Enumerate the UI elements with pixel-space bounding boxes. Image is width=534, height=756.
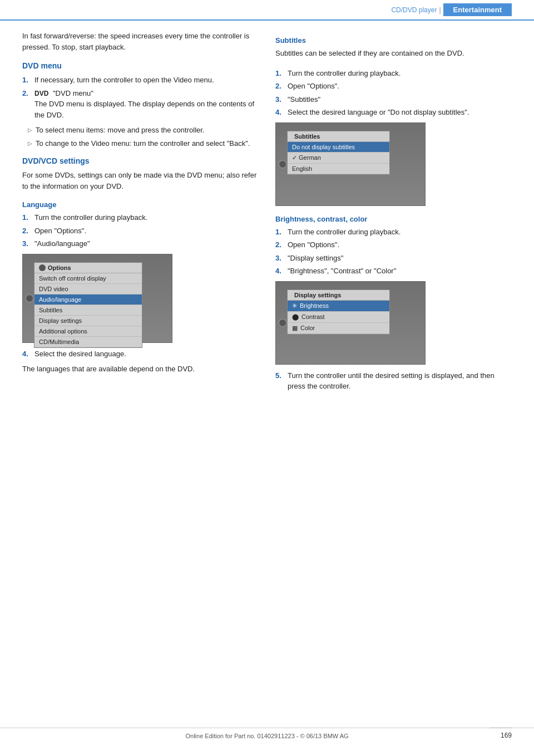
subtitles-intro: Subtitles can be selected if they are co… bbox=[275, 48, 512, 59]
lang-step-1: 1. Turn the controller during playback. bbox=[22, 212, 259, 223]
sub-step-4: 4. Select the desired language or "Do no… bbox=[275, 107, 512, 118]
options-item-7: CD/Multimedia bbox=[34, 337, 142, 347]
lang-step-2: 2. Open "Options". bbox=[22, 225, 259, 237]
content-area: In fast forward/reverse: the speed incre… bbox=[0, 31, 534, 396]
sub-item-1: Do not display subtitles bbox=[288, 142, 389, 153]
display-menu-title: Display settings bbox=[288, 290, 389, 301]
footer-text: Online Edition for Part no. 01402911223 … bbox=[185, 733, 348, 739]
disp-item-1: ✳ Brightness bbox=[288, 301, 389, 312]
options-item-3: Audio/language bbox=[34, 294, 142, 305]
subtitles-menu-title: Subtitles bbox=[288, 131, 389, 142]
contrast-icon: ⬤ bbox=[292, 313, 299, 321]
brightness-steps: 1. Turn the controller during playback. … bbox=[275, 227, 512, 277]
left-column: In fast forward/reverse: the speed incre… bbox=[22, 31, 259, 396]
dvd-menu-steps: 1. If necessary, turn the controller to … bbox=[22, 75, 259, 120]
dvd-bullet-1: To select menu items: move and press the… bbox=[22, 125, 259, 136]
subtitles-steps: 1. Turn the controller during playback. … bbox=[275, 68, 512, 118]
subtitles-screenshot: Subtitles Do not display subtitles ✓ Ger… bbox=[275, 122, 426, 206]
bright-step-2: 2. Open "Options". bbox=[275, 239, 512, 251]
sub-item-3: English bbox=[288, 164, 389, 174]
subtitles-menu: Subtitles Do not display subtitles ✓ Ger… bbox=[287, 131, 390, 175]
display-screenshot: Display settings ✳ Brightness ⬤ Contrast… bbox=[275, 281, 426, 365]
header-bar: CD/DVD player | Entertainment bbox=[0, 0, 534, 21]
header-active-label: Entertainment bbox=[443, 3, 512, 16]
controller-knob-left bbox=[25, 294, 34, 303]
bright-step-3: 3. "Display settings" bbox=[275, 253, 512, 264]
options-menu: Options Switch off control display DVD v… bbox=[34, 262, 142, 348]
sun-icon: ✳ bbox=[292, 302, 297, 310]
dvd-step-2: 2. DVD "DVD menu"The DVD menu is display… bbox=[22, 88, 259, 121]
disp-item-3: ▦ Color bbox=[288, 323, 389, 334]
language-subheading: Language bbox=[22, 200, 259, 209]
sub-item-2: ✓ German bbox=[288, 153, 389, 164]
dvd-bullets: To select menu items: move and press the… bbox=[22, 125, 259, 149]
options-icon bbox=[39, 264, 46, 271]
controller-knob-sub bbox=[278, 160, 287, 169]
brightness-heading: Brightness, contrast, color bbox=[275, 215, 512, 223]
dvd-vcd-intro: For some DVDs, settings can only be made… bbox=[22, 170, 259, 192]
intro-text: In fast forward/reverse: the speed incre… bbox=[22, 31, 259, 52]
sub-step-2: 2. Open "Options". bbox=[275, 81, 512, 92]
dvd-vcd-heading: DVD/VCD settings bbox=[22, 156, 259, 165]
header-divider: | bbox=[439, 6, 441, 14]
display-menu: Display settings ✳ Brightness ⬤ Contrast… bbox=[287, 289, 390, 335]
options-menu-title: Options bbox=[34, 263, 142, 273]
color-icon: ▦ bbox=[292, 325, 298, 332]
dvd-step-1: 1. If necessary, turn the controller to … bbox=[22, 75, 259, 86]
header-section-label: CD/DVD player bbox=[391, 6, 437, 14]
subtitles-heading: Subtitles bbox=[275, 36, 512, 45]
dvd-icon: DVD bbox=[34, 89, 48, 99]
bright-step-1: 1. Turn the controller during playback. bbox=[275, 227, 512, 238]
options-screenshot: Options Switch off control display DVD v… bbox=[22, 254, 172, 343]
language-step4: 4. Select the desired language. bbox=[22, 348, 259, 360]
lang-step-3: 3. "Audio/language" bbox=[22, 238, 259, 249]
disp-item-2: ⬤ Contrast bbox=[288, 312, 389, 323]
page-container: CD/DVD player | Entertainment In fast fo… bbox=[0, 0, 534, 756]
controller-knob-disp bbox=[278, 318, 287, 327]
page-footer: Online Edition for Part no. 01402911223 … bbox=[0, 728, 534, 739]
sub-step-1: 1. Turn the controller during playback. bbox=[275, 68, 512, 79]
options-item-2: DVD video bbox=[34, 284, 142, 294]
sub-step-3: 3. "Subtitles" bbox=[275, 94, 512, 105]
lang-step-4: 4. Select the desired language. bbox=[22, 348, 259, 360]
right-column: Subtitles Subtitles can be selected if t… bbox=[275, 31, 512, 396]
page-number: 169 bbox=[490, 728, 512, 739]
dvd-bullet-2: To change to the Video menu: turn the co… bbox=[22, 138, 259, 149]
language-note: The languages that are available depend … bbox=[22, 364, 259, 375]
brightness-step5: 5. Turn the controller until the desired… bbox=[275, 370, 512, 392]
options-item-1: Switch off control display bbox=[34, 273, 142, 284]
bright-step-4: 4. "Brightness", "Contrast" or "Color" bbox=[275, 266, 512, 277]
options-item-6: Additional options bbox=[34, 326, 142, 337]
bright-step-5: 5. Turn the controller until the desired… bbox=[275, 370, 512, 392]
dvd-menu-heading: DVD menu bbox=[22, 61, 259, 70]
options-item-5: Display settings bbox=[34, 316, 142, 326]
options-item-4: Subtitles bbox=[34, 305, 142, 316]
language-steps: 1. Turn the controller during playback. … bbox=[22, 212, 259, 249]
